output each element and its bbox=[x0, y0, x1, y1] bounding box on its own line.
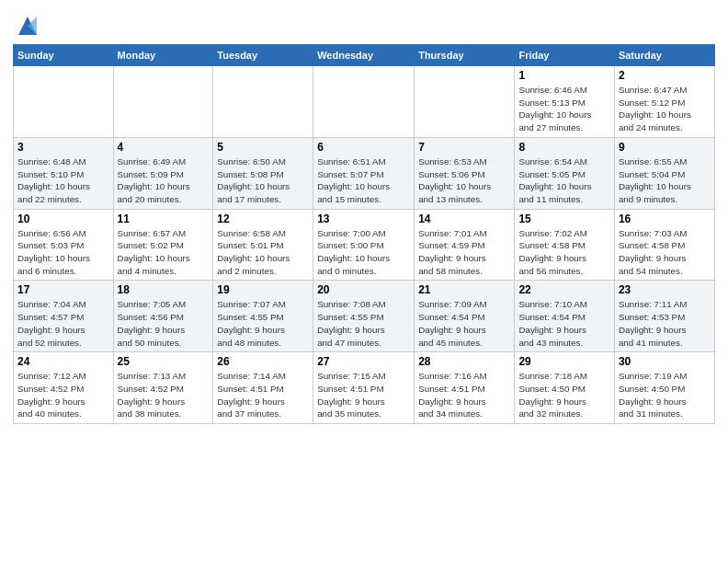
calendar-day-2: 2Sunrise: 6:47 AM Sunset: 5:12 PM Daylig… bbox=[614, 66, 714, 138]
day-info: Sunrise: 7:13 AM Sunset: 4:52 PM Dayligh… bbox=[118, 370, 210, 420]
day-info: Sunrise: 7:19 AM Sunset: 4:50 PM Dayligh… bbox=[619, 370, 711, 420]
day-number: 14 bbox=[418, 213, 510, 225]
day-number: 19 bbox=[217, 283, 309, 296]
day-info: Sunrise: 7:01 AM Sunset: 4:59 PM Dayligh… bbox=[418, 227, 510, 278]
calendar-day-6: 6Sunrise: 6:51 AM Sunset: 5:07 PM Daylig… bbox=[313, 137, 415, 209]
day-info: Sunrise: 6:57 AM Sunset: 5:02 PM Dayligh… bbox=[118, 227, 210, 278]
day-number: 22 bbox=[518, 283, 609, 296]
day-number: 3 bbox=[17, 141, 109, 154]
calendar-day-25: 25Sunrise: 7:13 AM Sunset: 4:52 PM Dayli… bbox=[113, 352, 213, 424]
day-number: 28 bbox=[418, 355, 510, 368]
day-info: Sunrise: 7:09 AM Sunset: 4:54 PM Dayligh… bbox=[418, 298, 510, 349]
day-number: 1 bbox=[518, 69, 609, 82]
calendar-day-5: 5Sunrise: 6:50 AM Sunset: 5:08 PM Daylig… bbox=[213, 137, 313, 209]
day-info: Sunrise: 6:51 AM Sunset: 5:07 PM Dayligh… bbox=[317, 155, 410, 206]
calendar-day-13: 13Sunrise: 7:00 AM Sunset: 5:00 PM Dayli… bbox=[313, 209, 415, 281]
day-info: Sunrise: 6:53 AM Sunset: 5:06 PM Dayligh… bbox=[418, 155, 510, 206]
calendar-day-8: 8Sunrise: 6:54 AM Sunset: 5:05 PM Daylig… bbox=[515, 137, 614, 209]
day-number: 27 bbox=[317, 355, 410, 368]
day-info: Sunrise: 7:07 AM Sunset: 4:55 PM Dayligh… bbox=[217, 298, 309, 349]
day-number: 7 bbox=[418, 141, 510, 154]
logo-icon bbox=[15, 13, 40, 39]
day-number: 18 bbox=[118, 283, 210, 296]
weekday-header-monday: Monday bbox=[113, 45, 213, 66]
calendar-day-11: 11Sunrise: 6:57 AM Sunset: 5:02 PM Dayli… bbox=[113, 209, 213, 281]
day-info: Sunrise: 6:48 AM Sunset: 5:10 PM Dayligh… bbox=[17, 155, 109, 206]
day-number: 6 bbox=[317, 141, 410, 154]
day-info: Sunrise: 7:05 AM Sunset: 4:56 PM Dayligh… bbox=[118, 298, 210, 349]
weekday-header-wednesday: Wednesday bbox=[313, 45, 415, 66]
day-number: 12 bbox=[217, 213, 309, 225]
calendar-day-4: 4Sunrise: 6:49 AM Sunset: 5:09 PM Daylig… bbox=[113, 137, 213, 209]
calendar-empty-cell bbox=[415, 66, 515, 138]
weekday-header-tuesday: Tuesday bbox=[213, 45, 313, 66]
calendar-day-20: 20Sunrise: 7:08 AM Sunset: 4:55 PM Dayli… bbox=[313, 281, 415, 352]
day-number: 24 bbox=[17, 355, 109, 368]
day-info: Sunrise: 7:16 AM Sunset: 4:51 PM Dayligh… bbox=[418, 370, 510, 420]
calendar-day-19: 19Sunrise: 7:07 AM Sunset: 4:55 PM Dayli… bbox=[213, 281, 313, 352]
day-number: 21 bbox=[418, 283, 510, 296]
day-number: 10 bbox=[17, 213, 109, 225]
calendar-day-30: 30Sunrise: 7:19 AM Sunset: 4:50 PM Dayli… bbox=[614, 352, 714, 424]
calendar-day-9: 9Sunrise: 6:55 AM Sunset: 5:04 PM Daylig… bbox=[614, 137, 714, 209]
weekday-header-thursday: Thursday bbox=[415, 45, 515, 66]
calendar-week-row: 17Sunrise: 7:04 AM Sunset: 4:57 PM Dayli… bbox=[14, 281, 715, 352]
day-info: Sunrise: 6:47 AM Sunset: 5:12 PM Dayligh… bbox=[619, 84, 711, 134]
day-info: Sunrise: 6:58 AM Sunset: 5:01 PM Dayligh… bbox=[217, 227, 309, 278]
calendar-empty-cell bbox=[113, 66, 213, 138]
page: SundayMondayTuesdayWednesdayThursdayFrid… bbox=[0, 0, 728, 563]
day-info: Sunrise: 7:11 AM Sunset: 4:53 PM Dayligh… bbox=[619, 298, 711, 349]
day-number: 17 bbox=[17, 283, 109, 296]
day-info: Sunrise: 7:14 AM Sunset: 4:51 PM Dayligh… bbox=[217, 370, 309, 420]
calendar-day-7: 7Sunrise: 6:53 AM Sunset: 5:06 PM Daylig… bbox=[415, 137, 515, 209]
calendar-day-18: 18Sunrise: 7:05 AM Sunset: 4:56 PM Dayli… bbox=[113, 281, 213, 352]
day-info: Sunrise: 7:12 AM Sunset: 4:52 PM Dayligh… bbox=[17, 370, 109, 420]
day-number: 20 bbox=[317, 283, 410, 296]
weekday-header-friday: Friday bbox=[515, 45, 614, 66]
day-info: Sunrise: 7:04 AM Sunset: 4:57 PM Dayligh… bbox=[17, 298, 109, 349]
calendar-day-27: 27Sunrise: 7:15 AM Sunset: 4:51 PM Dayli… bbox=[313, 352, 415, 424]
calendar-day-15: 15Sunrise: 7:02 AM Sunset: 4:58 PM Dayli… bbox=[515, 209, 614, 281]
header bbox=[13, 9, 715, 39]
day-number: 30 bbox=[619, 355, 711, 368]
day-number: 2 bbox=[619, 69, 711, 82]
weekday-header-sunday: Sunday bbox=[14, 45, 114, 66]
day-info: Sunrise: 7:00 AM Sunset: 5:00 PM Dayligh… bbox=[317, 227, 410, 278]
day-number: 4 bbox=[118, 141, 210, 154]
logo bbox=[13, 13, 40, 39]
calendar-empty-cell bbox=[14, 66, 114, 138]
day-number: 25 bbox=[118, 355, 210, 368]
calendar-day-14: 14Sunrise: 7:01 AM Sunset: 4:59 PM Dayli… bbox=[415, 209, 515, 281]
day-info: Sunrise: 7:02 AM Sunset: 4:58 PM Dayligh… bbox=[518, 227, 609, 278]
day-number: 5 bbox=[217, 141, 309, 154]
day-info: Sunrise: 7:15 AM Sunset: 4:51 PM Dayligh… bbox=[317, 370, 410, 420]
calendar-header-row: SundayMondayTuesdayWednesdayThursdayFrid… bbox=[14, 45, 715, 66]
calendar-day-1: 1Sunrise: 6:46 AM Sunset: 5:13 PM Daylig… bbox=[515, 66, 614, 138]
calendar-day-21: 21Sunrise: 7:09 AM Sunset: 4:54 PM Dayli… bbox=[415, 281, 515, 352]
calendar-day-12: 12Sunrise: 6:58 AM Sunset: 5:01 PM Dayli… bbox=[213, 209, 313, 281]
day-number: 8 bbox=[518, 141, 609, 154]
day-info: Sunrise: 6:56 AM Sunset: 5:03 PM Dayligh… bbox=[17, 227, 109, 278]
day-number: 13 bbox=[317, 213, 410, 225]
calendar-day-28: 28Sunrise: 7:16 AM Sunset: 4:51 PM Dayli… bbox=[415, 352, 515, 424]
calendar-day-24: 24Sunrise: 7:12 AM Sunset: 4:52 PM Dayli… bbox=[14, 352, 114, 424]
calendar-week-row: 1Sunrise: 6:46 AM Sunset: 5:13 PM Daylig… bbox=[14, 66, 715, 138]
day-number: 11 bbox=[118, 213, 210, 225]
calendar-empty-cell bbox=[213, 66, 313, 138]
day-info: Sunrise: 6:55 AM Sunset: 5:04 PM Dayligh… bbox=[619, 155, 711, 206]
calendar-day-17: 17Sunrise: 7:04 AM Sunset: 4:57 PM Dayli… bbox=[14, 281, 114, 352]
day-number: 23 bbox=[619, 283, 711, 296]
calendar-day-26: 26Sunrise: 7:14 AM Sunset: 4:51 PM Dayli… bbox=[213, 352, 313, 424]
day-info: Sunrise: 6:50 AM Sunset: 5:08 PM Dayligh… bbox=[217, 155, 309, 206]
day-number: 15 bbox=[518, 213, 609, 225]
calendar-day-29: 29Sunrise: 7:18 AM Sunset: 4:50 PM Dayli… bbox=[515, 352, 614, 424]
calendar-day-23: 23Sunrise: 7:11 AM Sunset: 4:53 PM Dayli… bbox=[614, 281, 714, 352]
weekday-header-saturday: Saturday bbox=[614, 45, 714, 66]
day-info: Sunrise: 7:18 AM Sunset: 4:50 PM Dayligh… bbox=[518, 370, 609, 420]
day-info: Sunrise: 7:08 AM Sunset: 4:55 PM Dayligh… bbox=[317, 298, 410, 349]
calendar-week-row: 3Sunrise: 6:48 AM Sunset: 5:10 PM Daylig… bbox=[14, 137, 715, 209]
calendar-week-row: 24Sunrise: 7:12 AM Sunset: 4:52 PM Dayli… bbox=[14, 352, 715, 424]
calendar-day-16: 16Sunrise: 7:03 AM Sunset: 4:58 PM Dayli… bbox=[614, 209, 714, 281]
day-number: 9 bbox=[619, 141, 711, 154]
calendar-day-10: 10Sunrise: 6:56 AM Sunset: 5:03 PM Dayli… bbox=[14, 209, 114, 281]
